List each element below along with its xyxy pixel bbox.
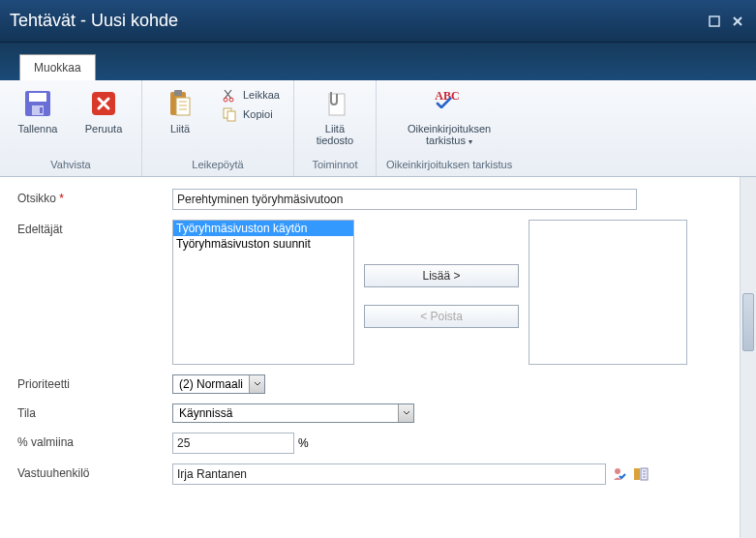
- attach-file-button[interactable]: Liitä tiedosto: [304, 86, 366, 148]
- tab-edit[interactable]: Muokkaa: [19, 54, 96, 80]
- ribbon-group-spelling: Oikeinkirjoituksen tarkistus: [386, 156, 512, 174]
- vertical-scrollbar[interactable]: [740, 177, 756, 538]
- attach-icon: [319, 88, 350, 119]
- scrollbar-thumb[interactable]: [742, 293, 754, 351]
- ribbon-group-confirm: Vahvista: [50, 156, 90, 174]
- list-item[interactable]: Työryhmäsivuston käytön: [173, 221, 353, 236]
- label-predecessors: Edeltäjät: [17, 220, 172, 236]
- svg-rect-8: [176, 98, 190, 115]
- chevron-down-icon: [249, 375, 264, 393]
- predecessors-selected-list[interactable]: [529, 220, 687, 365]
- label-assignee: Vastuuhenkilö: [17, 463, 172, 480]
- label-percent: % valmiina: [17, 433, 172, 449]
- cut-button[interactable]: Leikkaa: [218, 86, 284, 104]
- remove-button[interactable]: < Poista: [364, 305, 519, 328]
- cancel-button[interactable]: Peruuta: [76, 86, 132, 136]
- check-names-icon[interactable]: [612, 466, 627, 482]
- percent-suffix: %: [298, 436, 309, 450]
- assignee-input[interactable]: [172, 463, 606, 485]
- dropdown-caret-icon: ▾: [469, 137, 472, 146]
- priority-select[interactable]: (2) Normaali: [172, 374, 265, 394]
- svg-rect-7: [174, 90, 182, 96]
- svg-point-15: [615, 468, 620, 474]
- ribbon-group-actions: Toiminnot: [312, 156, 357, 174]
- spellcheck-icon: ABC: [434, 88, 465, 119]
- browse-directory-icon[interactable]: [633, 466, 649, 482]
- paste-icon: [165, 88, 196, 119]
- copy-button[interactable]: Kopioi: [218, 105, 284, 123]
- svg-rect-2: [29, 93, 46, 102]
- save-icon: [22, 88, 53, 119]
- label-priority: Prioriteetti: [17, 374, 172, 391]
- svg-rect-12: [227, 111, 235, 121]
- add-button[interactable]: Lisää >: [364, 264, 519, 287]
- chevron-down-icon: [398, 404, 413, 422]
- label-status: Tila: [17, 404, 172, 420]
- ribbon-group-clipboard: Leikepöytä: [192, 156, 243, 174]
- status-select[interactable]: Käynnissä: [172, 404, 414, 423]
- window-title: Tehtävät - Uusi kohde: [10, 11, 700, 31]
- svg-rect-4: [40, 107, 43, 113]
- list-item[interactable]: Työryhmäsivuston suunnit: [173, 236, 353, 252]
- paste-button[interactable]: Liitä: [152, 86, 208, 136]
- cut-icon: [222, 87, 237, 103]
- maximize-icon[interactable]: [706, 13, 723, 30]
- percent-input[interactable]: [172, 433, 294, 454]
- title-input[interactable]: [172, 189, 637, 210]
- svg-rect-16: [634, 468, 640, 480]
- save-button[interactable]: Tallenna: [10, 86, 66, 136]
- spelling-button[interactable]: ABC Oikeinkirjoituksen tarkistus ▾: [396, 86, 502, 149]
- predecessors-available-list[interactable]: Työryhmäsivuston käytön Työryhmäsivuston…: [172, 220, 354, 365]
- cancel-icon: [88, 88, 119, 119]
- copy-icon: [222, 106, 237, 122]
- label-title: Otsikko *: [17, 189, 172, 205]
- close-icon[interactable]: [729, 13, 746, 30]
- svg-rect-0: [710, 16, 719, 26]
